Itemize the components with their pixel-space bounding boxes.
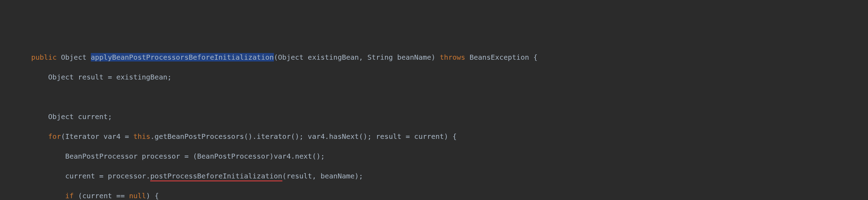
- code-text: (current ==: [74, 192, 129, 200]
- keyword-if: if: [65, 192, 74, 200]
- indent: [14, 172, 65, 180]
- keyword-throws: throws: [440, 53, 465, 61]
- indent: [14, 132, 48, 141]
- code-text: Object current;: [48, 112, 112, 121]
- code-text: ) {: [146, 192, 159, 200]
- keyword-public: public: [31, 53, 57, 61]
- indent: [14, 152, 65, 160]
- code-line-7: current = processor.postProcessBeforeIni…: [0, 171, 868, 181]
- method-call-underlined: postProcessBeforeInitialization: [150, 172, 282, 181]
- code-text: Object result = existingBean;: [48, 73, 171, 81]
- code-line-3: [0, 92, 868, 102]
- code-line-6: BeanPostProcessor processor = (BeanPostP…: [0, 151, 868, 161]
- code-line-4: Object current;: [0, 112, 868, 122]
- method-params: (Object existingBean, String beanName): [274, 53, 440, 61]
- code-text: current = processor.: [65, 172, 151, 180]
- method-name-highlighted: applyBeanPostProcessorsBeforeInitializat…: [91, 53, 274, 61]
- code-line-1: public Object applyBeanPostProcessorsBef…: [0, 52, 868, 62]
- code-text: (result, beanName);: [282, 172, 363, 180]
- exception-type: BeansException {: [465, 53, 538, 61]
- code-line-2: Object result = existingBean;: [0, 72, 868, 82]
- keyword-null: null: [129, 192, 146, 200]
- indent: [14, 73, 48, 81]
- code-text: BeanPostProcessor processor = (BeanPostP…: [65, 152, 325, 160]
- code-line-5: for(Iterator var4 = this.getBeanPostProc…: [0, 131, 868, 141]
- code-text: (Iterator var4 =: [61, 132, 133, 141]
- indent: [14, 192, 65, 200]
- code-editor[interactable]: public Object applyBeanPostProcessorsBef…: [0, 42, 868, 200]
- type-object: Object: [57, 53, 90, 61]
- keyword-for: for: [48, 132, 61, 141]
- keyword-this: this: [133, 132, 150, 141]
- code-line-8: if (current == null) {: [0, 191, 868, 200]
- code-text: .getBeanPostProcessors().iterator(); var…: [150, 132, 457, 141]
- indent: [14, 112, 48, 121]
- indent: [14, 53, 31, 61]
